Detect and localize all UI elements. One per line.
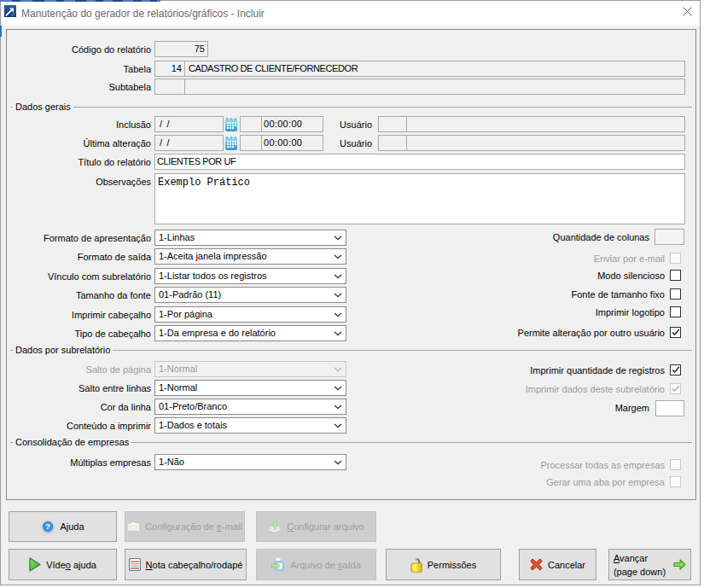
svg-text:?: ? (46, 521, 51, 531)
